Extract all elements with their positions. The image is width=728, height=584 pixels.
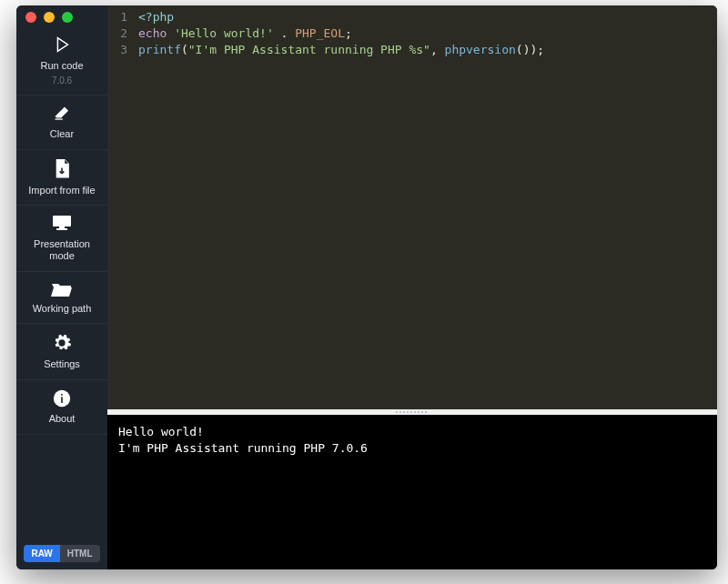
working-path-button[interactable]: Working path xyxy=(16,272,107,325)
svg-rect-3 xyxy=(59,227,65,228)
svg-rect-1 xyxy=(56,119,63,120)
code-token: ) xyxy=(523,43,531,56)
line-gutter: 1 2 3 xyxy=(107,5,133,409)
code-token: printf xyxy=(138,43,181,56)
php-version-label: 7.0.6 xyxy=(52,76,72,86)
eraser-icon xyxy=(52,105,72,123)
sidebar: Run code 7.0.6 Clear Import from file xyxy=(16,5,107,569)
code-token: ; xyxy=(345,26,352,40)
window-controls xyxy=(25,12,73,23)
output-html-toggle[interactable]: HTML xyxy=(60,545,100,562)
line-number: 2 xyxy=(107,25,127,42)
clear-label: Clear xyxy=(50,128,74,140)
close-window-button[interactable] xyxy=(25,12,36,23)
code-token: ( xyxy=(181,43,188,56)
output-raw-toggle[interactable]: RAW xyxy=(24,545,59,562)
working-path-label: Working path xyxy=(33,303,92,315)
code-editor[interactable]: 1 2 3 <?php echo 'Hello world!' . PHP_EO… xyxy=(107,5,717,409)
presentation-icon xyxy=(51,215,73,233)
svg-rect-7 xyxy=(61,394,63,396)
line-number: 1 xyxy=(107,9,127,25)
settings-label: Settings xyxy=(44,358,80,370)
output-panel[interactable]: Hello world! I'm PHP Assistant running P… xyxy=(107,415,717,569)
svg-rect-2 xyxy=(53,216,71,227)
line-number: 3 xyxy=(107,42,127,58)
code-token xyxy=(167,26,174,40)
main-area: 1 2 3 <?php echo 'Hello world!' . PHP_EO… xyxy=(107,5,717,569)
presentation-mode-label: Presentation mode xyxy=(20,238,104,261)
run-code-label: Run code xyxy=(40,60,83,72)
info-icon xyxy=(53,389,71,408)
minimize-window-button[interactable] xyxy=(44,12,55,23)
folder-open-icon xyxy=(51,281,73,297)
svg-marker-0 xyxy=(57,38,67,52)
code-token xyxy=(274,26,281,40)
clear-button[interactable]: Clear xyxy=(16,96,107,150)
code-content[interactable]: <?php echo 'Hello world!' . PHP_EOL; pri… xyxy=(133,5,717,409)
code-token: echo xyxy=(138,26,167,40)
code-token: phpversion xyxy=(445,43,516,56)
file-import-icon xyxy=(53,159,71,179)
code-token: 'Hello world!' xyxy=(174,26,274,40)
code-token: , xyxy=(430,43,445,56)
code-token: <?php xyxy=(138,10,174,24)
import-from-file-button[interactable]: Import from file xyxy=(16,150,107,206)
settings-button[interactable]: Settings xyxy=(16,324,107,380)
app-window: Run code 7.0.6 Clear Import from file xyxy=(16,5,717,569)
code-token: ; xyxy=(537,43,544,56)
zoom-window-button[interactable] xyxy=(62,12,73,23)
code-token: PHP_EOL xyxy=(295,26,345,40)
play-icon xyxy=(52,35,72,55)
code-token: ( xyxy=(516,43,523,56)
about-label: About xyxy=(49,413,76,425)
code-token: "I'm PHP Assistant running PHP %s" xyxy=(188,43,430,56)
presentation-mode-button[interactable]: Presentation mode xyxy=(16,206,107,271)
svg-rect-6 xyxy=(61,397,63,403)
svg-rect-4 xyxy=(56,228,67,230)
output-format-toggle: RAW HTML xyxy=(16,538,107,569)
about-button[interactable]: About xyxy=(16,380,107,435)
gear-icon xyxy=(52,333,72,353)
output-text: Hello world! I'm PHP Assistant running P… xyxy=(118,425,368,455)
run-code-button[interactable]: Run code 7.0.6 xyxy=(16,25,107,96)
pane-splitter[interactable] xyxy=(107,409,717,415)
import-from-file-label: Import from file xyxy=(28,185,95,196)
